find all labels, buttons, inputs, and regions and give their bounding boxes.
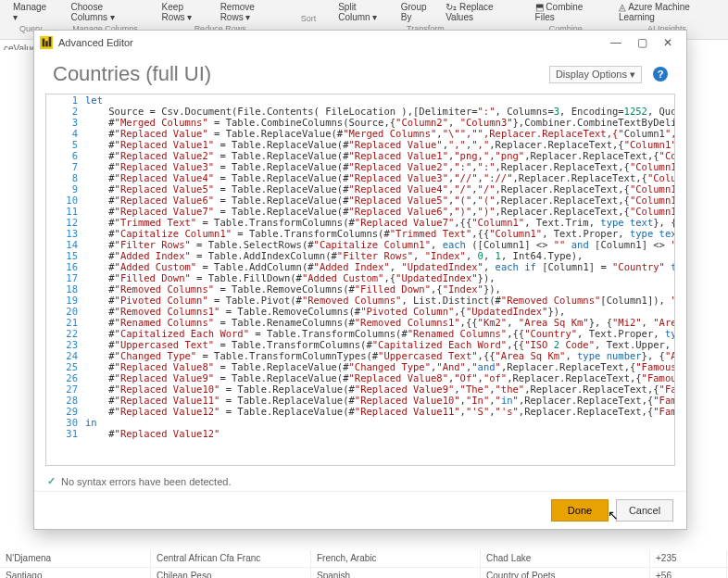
split-column-dropdown[interactable]: Split Column ▾ <box>338 2 390 22</box>
code-text[interactable]: #"Uppercased Text" = Table.TransformColu… <box>85 339 675 350</box>
code-text[interactable]: #"Replaced Value2" = Table.ReplaceValue(… <box>85 150 675 161</box>
code-line[interactable]: 6 #"Replaced Value2" = Table.ReplaceValu… <box>46 150 674 161</box>
code-line[interactable]: 11 #"Replaced Value7" = Table.ReplaceVal… <box>46 206 674 217</box>
code-line[interactable]: 13 #"Capitalize Column1" = Table.Transfo… <box>46 228 674 239</box>
code-text[interactable]: #"Removed Columns1" = Table.RemoveColumn… <box>85 306 674 317</box>
code-line[interactable]: 2 Source = Csv.Document(File.Contents( F… <box>46 106 674 117</box>
manage-dropdown[interactable]: Manage ▾ <box>13 2 49 22</box>
code-line[interactable]: 28 #"Replaced Value11" = Table.ReplaceVa… <box>46 395 674 406</box>
table-cell[interactable]: Chad Lake <box>481 550 650 567</box>
code-text[interactable]: #"Replaced Value9" = Table.ReplaceValue(… <box>85 372 675 383</box>
code-line[interactable]: 14 #"Filter Rows" = Table.SelectRows(#"C… <box>46 239 674 250</box>
code-line[interactable]: 1let <box>46 94 674 106</box>
ribbon-group-combine: ⬒ Combine Files Combine <box>535 2 596 33</box>
table-cell[interactable]: N'Djamena <box>0 550 151 567</box>
code-line[interactable]: 3 #"Merged Columns" = Table.CombineColum… <box>46 117 674 128</box>
code-line[interactable]: 4 #"Replaced Value" = Table.ReplaceValue… <box>46 128 674 139</box>
table-cell[interactable]: Central African Cfa Franc <box>151 550 311 567</box>
maximize-button[interactable]: ▢ <box>629 33 655 52</box>
code-line[interactable]: 27 #"Replaced Value10" = Table.ReplaceVa… <box>46 383 674 395</box>
code-text[interactable]: in <box>85 417 674 428</box>
code-text[interactable]: #"Replaced Value12" <box>85 428 674 439</box>
code-text[interactable]: #"Replaced Value5" = Table.ReplaceValue(… <box>85 183 675 195</box>
line-number: 10 <box>46 195 85 206</box>
code-line[interactable]: 31 #"Replaced Value12" <box>46 428 674 439</box>
choose-columns-dropdown[interactable]: Choose Columns ▾ <box>71 2 140 22</box>
code-text[interactable]: #"Removed Columns" = Table.RemoveColumns… <box>85 283 674 295</box>
code-line[interactable]: 23 #"Uppercased Text" = Table.TransformC… <box>46 339 674 350</box>
remove-rows-dropdown[interactable]: Remove Rows ▾ <box>220 2 279 22</box>
code-text[interactable]: #"Renamed Columns" = Table.RenameColumns… <box>85 317 675 328</box>
code-text[interactable]: #"Replaced Value7" = Table.ReplaceValue(… <box>85 206 675 217</box>
code-line[interactable]: 5 #"Replaced Value1" = Table.ReplaceValu… <box>46 139 674 150</box>
code-line[interactable]: 12 #"Trimmed Text" = Table.TransformColu… <box>46 217 674 228</box>
done-button[interactable]: Done <box>551 499 609 521</box>
combine-files-button[interactable]: ⬒ Combine Files <box>535 2 596 22</box>
table-row[interactable]: SantiagoChilean PesoSpanishCountry of Po… <box>0 568 728 578</box>
code-text[interactable]: #"Replaced Value4" = Table.ReplaceValue(… <box>85 172 675 183</box>
code-text[interactable]: #"Replaced Value3" = Table.ReplaceValue(… <box>85 161 675 172</box>
code-line[interactable]: 17 #"Filled Down" = Table.FillDown(#"Add… <box>46 272 674 283</box>
keep-rows-dropdown[interactable]: Keep Rows ▾ <box>162 2 209 22</box>
code-editor[interactable]: 1let2 Source = Csv.Document(File.Content… <box>45 94 675 466</box>
code-text[interactable]: #"Capitalize Column1" = Table.TransformC… <box>85 228 675 239</box>
display-options-dropdown[interactable]: Display Options ▾ <box>549 66 642 83</box>
table-cell[interactable]: Country of Poets <box>481 568 650 578</box>
code-text[interactable]: #"Capitalized Each Word" = Table.Transfo… <box>85 328 675 339</box>
code-line[interactable]: 8 #"Replaced Value4" = Table.ReplaceValu… <box>46 172 674 183</box>
table-cell[interactable]: Spanish <box>311 568 481 578</box>
group-by-button[interactable]: Group By <box>401 2 434 22</box>
table-cell[interactable]: +56 <box>650 568 727 578</box>
minimize-button[interactable]: — <box>603 33 629 52</box>
code-line[interactable]: 7 #"Replaced Value3" = Table.ReplaceValu… <box>46 161 674 172</box>
table-cell[interactable]: Chilean Peso <box>151 568 311 578</box>
code-text[interactable]: #"Replaced Value10" = Table.ReplaceValue… <box>85 383 675 395</box>
code-text[interactable]: #"Changed Type" = Table.TransformColumnT… <box>85 350 675 361</box>
code-text[interactable]: #"Replaced Value11" = Table.ReplaceValue… <box>85 395 675 406</box>
code-text[interactable]: #"Added Index" = Table.AddIndexColumn(#"… <box>85 250 674 261</box>
cancel-button[interactable]: Cancel <box>616 499 673 521</box>
code-text[interactable]: #"Filled Down" = Table.FillDown(#"Added … <box>85 272 674 283</box>
code-line[interactable]: 24 #"Changed Type" = Table.TransformColu… <box>46 350 674 361</box>
code-text[interactable]: Source = Csv.Document(File.Contents( Fil… <box>85 106 675 117</box>
code-text[interactable]: #"Trimmed Text" = Table.TransformColumns… <box>85 217 675 228</box>
code-line[interactable]: 30in <box>46 417 674 428</box>
azure-ml-button[interactable]: ◬ Azure Machine Learning <box>619 2 715 22</box>
code-text[interactable]: #"Merged Columns" = Table.CombineColumns… <box>85 117 675 128</box>
code-text[interactable]: #"Replaced Value12" = Table.ReplaceValue… <box>85 406 675 417</box>
code-text[interactable]: #"Replaced Value6" = Table.ReplaceValue(… <box>85 195 675 206</box>
table-cell[interactable]: Santiago <box>0 568 151 578</box>
code-line[interactable]: 29 #"Replaced Value12" = Table.ReplaceVa… <box>46 406 674 417</box>
code-line[interactable]: 16 #"Added Custom" = Table.AddColumn(#"A… <box>46 261 674 272</box>
code-line[interactable]: 25 #"Replaced Value8" = Table.ReplaceVal… <box>46 361 674 372</box>
replace-values-button[interactable]: ↻₂ Replace Values <box>446 2 512 22</box>
code-text[interactable]: let <box>85 94 674 106</box>
code-line[interactable]: 20 #"Removed Columns1" = Table.RemoveCol… <box>46 306 674 317</box>
code-line[interactable]: 21 #"Renamed Columns" = Table.RenameColu… <box>46 317 674 328</box>
code-text[interactable]: #"Added Custom" = Table.AddColumn(#"Adde… <box>85 261 675 272</box>
ribbon-group-ai: ◬ Azure Machine Learning AI Insights <box>619 2 715 33</box>
code-text[interactable]: #"Replaced Value8" = Table.ReplaceValue(… <box>85 361 675 372</box>
close-button[interactable]: ✕ <box>655 33 681 52</box>
code-line[interactable]: 26 #"Replaced Value9" = Table.ReplaceVal… <box>46 372 674 383</box>
code-line[interactable]: 19 #"Pivoted Column" = Table.Pivot(#"Rem… <box>46 295 674 306</box>
line-number: 28 <box>46 395 85 406</box>
help-icon[interactable]: ? <box>653 67 668 82</box>
document-title: Countries (full UI) <box>53 62 211 86</box>
line-number: 17 <box>46 272 85 283</box>
table-cell[interactable]: +235 <box>650 550 727 567</box>
line-number: 9 <box>46 183 85 195</box>
code-line[interactable]: 22 #"Capitalized Each Word" = Table.Tran… <box>46 328 674 339</box>
code-text[interactable]: #"Replaced Value" = Table.ReplaceValue(#… <box>85 128 675 139</box>
code-text[interactable]: #"Replaced Value1" = Table.ReplaceValue(… <box>85 139 675 150</box>
table-cell[interactable]: French, Arabic <box>311 550 481 567</box>
line-number: 15 <box>46 250 85 261</box>
code-line[interactable]: 9 #"Replaced Value5" = Table.ReplaceValu… <box>46 183 674 195</box>
code-text[interactable]: #"Pivoted Column" = Table.Pivot(#"Remove… <box>85 295 675 306</box>
table-row[interactable]: N'DjamenaCentral African Cfa FrancFrench… <box>0 550 728 568</box>
ribbon-group-reduce-rows: Keep Rows ▾ Remove Rows ▾ Reduce Rows <box>162 2 279 33</box>
code-line[interactable]: 18 #"Removed Columns" = Table.RemoveColu… <box>46 283 674 295</box>
code-line[interactable]: 10 #"Replaced Value6" = Table.ReplaceVal… <box>46 195 674 206</box>
code-text[interactable]: #"Filter Rows" = Table.SelectRows(#"Capi… <box>85 239 675 250</box>
code-line[interactable]: 15 #"Added Index" = Table.AddIndexColumn… <box>46 250 674 261</box>
